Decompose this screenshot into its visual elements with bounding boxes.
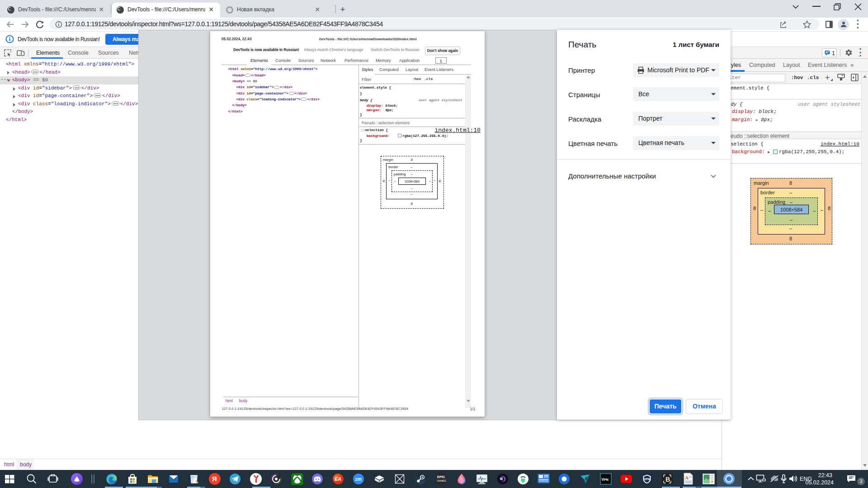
svg-text:B: B: [665, 476, 670, 483]
svg-text:EA: EA: [335, 476, 341, 482]
svg-text:GAMES: GAMES: [437, 479, 446, 482]
svg-text:VPN: VPN: [601, 477, 608, 482]
svg-text:A: A: [685, 475, 689, 480]
svg-text:VPN: VPN: [644, 478, 650, 481]
svg-text:zm: zm: [355, 476, 362, 482]
svg-text:EPIC: EPIC: [437, 475, 445, 479]
